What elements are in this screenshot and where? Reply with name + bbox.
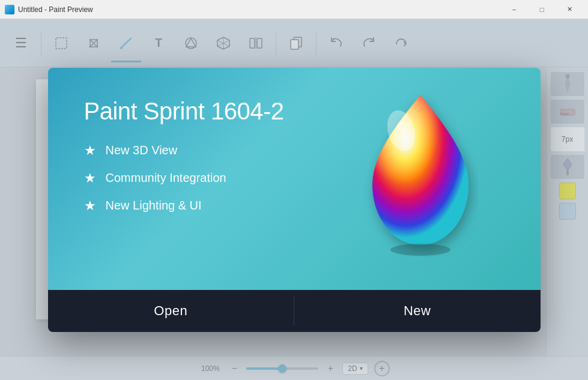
feature-text-1: New 3D View: [106, 143, 178, 157]
new-button[interactable]: New: [294, 290, 541, 332]
feature-text-2: Community Integration: [106, 171, 226, 185]
title-bar: Untitled - Paint Preview − □ ✕: [0, 0, 588, 19]
splash-modal: Paint Sprint 1604-2 ★ New 3D View ★ Comm…: [48, 68, 541, 332]
feature-star-3: ★: [84, 198, 96, 214]
app-icon: [5, 5, 14, 14]
open-button[interactable]: Open: [48, 290, 294, 332]
modal-overlay: Paint Sprint 1604-2 ★ New 3D View ★ Comm…: [0, 19, 588, 380]
minimize-button[interactable]: −: [500, 0, 528, 19]
modal-left-panel: Paint Sprint 1604-2 ★ New 3D View ★ Comm…: [84, 98, 505, 214]
feature-star-1: ★: [84, 143, 96, 158]
modal-content-area: Paint Sprint 1604-2 ★ New 3D View ★ Comm…: [48, 68, 541, 290]
feature-item-3: ★ New Lighting & UI: [84, 198, 505, 214]
maximize-button[interactable]: □: [528, 0, 556, 19]
feature-item-1: ★ New 3D View: [84, 143, 505, 158]
modal-buttons-area: Open New: [48, 290, 541, 332]
feature-item-2: ★ Community Integration: [84, 170, 505, 186]
modal-title: Paint Sprint 1604-2: [84, 98, 505, 125]
feature-text-3: New Lighting & UI: [106, 199, 202, 213]
feature-star-2: ★: [84, 170, 96, 186]
svg-point-15: [390, 244, 450, 256]
feature-list: ★ New 3D View ★ Community Integration ★ …: [84, 143, 505, 214]
window-controls: − □ ✕: [500, 0, 583, 19]
close-button[interactable]: ✕: [556, 0, 583, 19]
window-title: Untitled - Paint Preview: [18, 5, 93, 14]
